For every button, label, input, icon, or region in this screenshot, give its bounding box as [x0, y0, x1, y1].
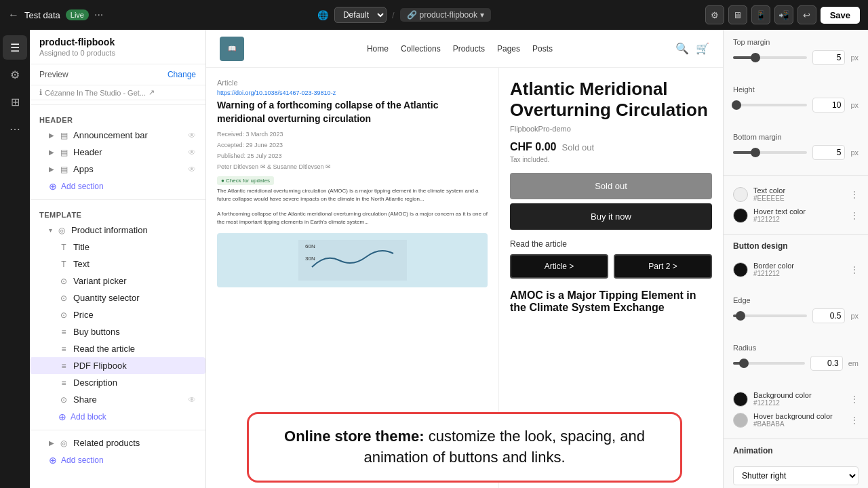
sold-out-button[interactable]: Sold out [510, 173, 712, 199]
banner-bold: Online store theme: [284, 428, 425, 445]
save-button[interactable]: Save [821, 7, 860, 24]
top-margin-slider[interactable] [733, 56, 807, 59]
buy-it-now-button[interactable]: Buy it now [510, 203, 712, 230]
preview-info-text: Cézanne In The Studio - Get... [45, 89, 146, 97]
sidebar-item-title[interactable]: T Title [30, 239, 205, 256]
sidebar-icon-settings[interactable]: ⚙ [3, 62, 27, 87]
sidebar-item-related-products[interactable]: ▶ ◎ Related products [30, 434, 205, 451]
more-button[interactable]: ··· [94, 9, 103, 21]
eye-icon: 👁 [188, 395, 196, 405]
store-name: Test data [24, 10, 60, 20]
height-thumb[interactable] [732, 100, 741, 110]
border-color-menu-icon[interactable]: ⋮ [850, 265, 859, 274]
sidebar-item-announcement-bar[interactable]: ▶ ▤ Announcement bar 👁 [30, 127, 205, 144]
sidebar-item-quantity-selector[interactable]: ⊙ Quantity selector [30, 289, 205, 306]
change-link[interactable]: Change [167, 70, 196, 79]
edge-slider[interactable] [733, 314, 807, 317]
bg-color-hex: #121212 [753, 399, 845, 407]
sidebar-icon-apps[interactable]: ⊞ [3, 89, 27, 114]
text-color-swatch[interactable] [733, 187, 748, 202]
height-unit: px [850, 101, 859, 109]
bottom-margin-input[interactable]: 5 [812, 145, 845, 160]
radius-slider[interactable] [733, 362, 805, 365]
nav-pages[interactable]: Pages [497, 44, 520, 54]
animation-label: Animation [724, 439, 868, 458]
nav-collections[interactable]: Collections [401, 44, 441, 54]
edge-thumb[interactable] [736, 311, 745, 321]
article-buttons: Article > Part 2 > [510, 254, 712, 279]
top-bar: ← Test data Live ··· 🌐 Default / 🔗 produ… [0, 0, 868, 30]
bottom-margin-row: 5 px [733, 145, 859, 160]
sidebar-icon-more[interactable]: ⋯ [3, 117, 27, 141]
item-label: Text [73, 259, 196, 269]
article-body1: The Atlantic meridional overturning circ… [217, 187, 488, 203]
article-button-2[interactable]: Part 2 > [614, 254, 712, 279]
preview-row: Preview Change [30, 64, 205, 85]
divider1 [724, 175, 868, 176]
radius-input[interactable]: 0.3 [810, 356, 843, 371]
block-icon: ⊙ [58, 293, 69, 303]
border-color-swatch[interactable] [733, 262, 748, 277]
add-block-button[interactable]: ⊕ Add block [30, 408, 205, 426]
cart-icon[interactable]: 🛒 [696, 42, 709, 55]
sidebar-item-buy-buttons[interactable]: ≡ Buy buttons [30, 323, 205, 340]
border-color-label: Border color [753, 262, 845, 270]
nav-posts[interactable]: Posts [532, 44, 553, 54]
add-section-button[interactable]: ⊕ Add section [30, 178, 205, 195]
height-slider[interactable] [733, 104, 807, 106]
sidebar-item-variant-picker[interactable]: ⊙ Variant picker [30, 272, 205, 289]
animation-select[interactable]: Shutter right Shutter left Fade None [733, 466, 859, 485]
radius-thumb[interactable] [739, 359, 749, 368]
mobile-icon-btn[interactable]: 📲 [774, 5, 793, 24]
sidebar-item-share[interactable]: ⊙ Share 👁 [30, 391, 205, 408]
sidebar-item-header[interactable]: ▶ ▤ Header 👁 [30, 144, 205, 161]
sidebar-item-apps[interactable]: ▶ ▤ Apps 👁 [30, 161, 205, 178]
item-label: Price [73, 310, 196, 320]
tablet-icon-btn[interactable]: 📱 [751, 5, 770, 24]
list-icon: ≡ [58, 327, 69, 337]
top-margin-input[interactable]: 5 [812, 50, 845, 65]
sidebar-icon-sections[interactable]: ☰ [3, 35, 27, 60]
sidebar-item-price[interactable]: ⊙ Price [30, 306, 205, 323]
text-color-menu-icon[interactable]: ⋮ [850, 190, 859, 199]
item-label: Quantity selector [73, 293, 196, 303]
add-section2-button[interactable]: ⊕ Add section [30, 451, 205, 469]
search-icon[interactable]: 🔍 [675, 42, 689, 55]
nav-home[interactable]: Home [367, 44, 389, 54]
nav-products[interactable]: Products [453, 44, 485, 54]
hover-bg-color-menu-icon[interactable]: ⋮ [850, 415, 859, 425]
bg-color-menu-icon[interactable]: ⋮ [850, 394, 859, 404]
customize-icon-btn[interactable]: ⚙ [705, 5, 724, 24]
bottom-margin-thumb[interactable] [751, 148, 760, 157]
product-sub: Assigned to 0 products [39, 49, 196, 57]
edge-input[interactable]: 0.5 [812, 308, 845, 323]
default-select[interactable]: Default [334, 7, 387, 23]
back-button[interactable]: ← [8, 9, 19, 21]
sidebar-item-text[interactable]: T Text [30, 256, 205, 272]
add-section2-label: Add section [61, 455, 196, 465]
bottom-margin-slider[interactable] [733, 151, 807, 154]
height-input[interactable]: 10 [812, 98, 845, 113]
sidebar-item-product-info[interactable]: ▾ ◎ Product information [30, 222, 205, 239]
hover-text-color-swatch[interactable] [733, 208, 748, 223]
desktop-icon-btn[interactable]: 🖥 [728, 5, 747, 24]
page-breadcrumb[interactable]: 🔗 product-flipbook ▾ [400, 8, 491, 22]
sidebar-item-read-article[interactable]: ≡ Read the article [30, 340, 205, 357]
block-icon: ⊙ [58, 310, 69, 320]
bg-color-label: Background color [753, 391, 845, 399]
sidebar-item-pdf-flipbook[interactable]: ≡ PDF Flipbook [30, 357, 205, 374]
hover-bg-color-swatch[interactable] [733, 413, 748, 428]
live-badge: Live [66, 9, 89, 20]
globe-button[interactable]: 🌐 [317, 10, 329, 20]
animation-section: Shutter right Shutter left Fade None [724, 458, 868, 488]
top-margin-thumb[interactable] [751, 53, 760, 62]
hover-text-color-menu-icon[interactable]: ⋮ [850, 211, 859, 220]
undo-icon-btn[interactable]: ↩ [797, 5, 816, 24]
top-margin-unit: px [850, 54, 859, 62]
article-button-1[interactable]: Article > [510, 254, 608, 279]
item-label: PDF Flipbook [73, 361, 196, 371]
sidebar-item-description[interactable]: ≡ Description [30, 374, 205, 391]
bg-color-swatch[interactable] [733, 392, 748, 407]
block-icon: ◎ [58, 439, 69, 448]
top-margin-label: Top margin [733, 38, 859, 46]
